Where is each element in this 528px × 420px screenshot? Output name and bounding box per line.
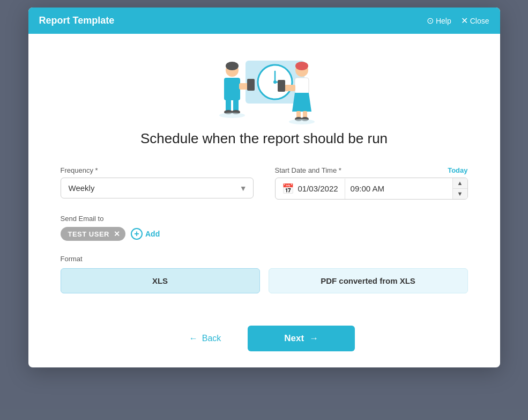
- email-label: Send Email to: [61, 215, 468, 223]
- svg-rect-16: [295, 78, 309, 94]
- modal-header: Report Template ⊙ Help ✕ Close: [28, 8, 500, 34]
- svg-rect-12: [247, 79, 255, 91]
- frequency-select-wrapper: Weekly Daily Monthly Yearly ▼: [61, 178, 254, 198]
- arrow-left-icon: ←: [189, 334, 198, 343]
- format-section: Format XLS PDF converted from XLS: [61, 255, 468, 293]
- svg-rect-22: [285, 85, 295, 91]
- add-email-button[interactable]: + Add: [131, 228, 160, 240]
- time-down-button[interactable]: ▼: [453, 189, 467, 199]
- back-label: Back: [202, 334, 221, 343]
- date-label-row: Start Date and Time * Today: [275, 166, 468, 174]
- time-value: 09:00 AM: [345, 180, 452, 197]
- calendar-icon: 📅: [282, 183, 294, 195]
- modal-footer: ← Back Next →: [28, 315, 500, 367]
- close-icon: ✕: [461, 16, 468, 26]
- frequency-group: Frequency * Weekly Daily Monthly Yearly …: [61, 166, 254, 198]
- svg-point-15: [295, 62, 308, 70]
- email-tags-row: TEST USER ✕ + Add: [61, 227, 468, 241]
- time-field: 09:00 AM ▲ ▼: [345, 178, 467, 199]
- add-label: Add: [145, 230, 160, 238]
- back-button[interactable]: ← Back: [173, 326, 237, 351]
- modal-title: Report Template: [39, 15, 115, 26]
- date-label: Start Date and Time *: [275, 166, 341, 174]
- next-button[interactable]: Next →: [248, 326, 355, 351]
- page-title: Schedule when the report should be run: [61, 130, 468, 147]
- svg-point-4: [273, 80, 277, 84]
- time-spinners: ▲ ▼: [452, 178, 467, 199]
- format-pdf-button[interactable]: PDF converted from XLS: [269, 268, 468, 293]
- format-options: XLS PDF converted from XLS: [61, 268, 468, 293]
- svg-point-25: [289, 119, 315, 124]
- illustration-svg: [189, 45, 339, 125]
- date-field[interactable]: 📅 01/03/2022: [276, 179, 345, 199]
- overlay: Report Template ⊙ Help ✕ Close: [0, 0, 528, 420]
- today-link[interactable]: Today: [448, 166, 467, 174]
- svg-marker-17: [292, 93, 311, 112]
- modal-container: Report Template ⊙ Help ✕ Close: [28, 8, 500, 367]
- date-time-row: 📅 01/03/2022 09:00 AM ▲ ▼: [275, 178, 468, 200]
- next-label: Next: [284, 333, 304, 344]
- date-value: 01/03/2022: [298, 184, 338, 193]
- svg-point-24: [219, 113, 245, 118]
- svg-rect-23: [278, 80, 285, 92]
- illustration-area: [61, 45, 468, 125]
- help-icon: ⊙: [427, 16, 434, 26]
- email-section: Send Email to TEST USER ✕ + Add: [61, 215, 468, 241]
- frequency-label: Frequency *: [61, 166, 254, 174]
- svg-point-13: [226, 62, 239, 70]
- add-circle-icon: +: [131, 228, 143, 240]
- time-up-button[interactable]: ▲: [453, 178, 467, 189]
- date-time-group: Start Date and Time * Today 📅 01/03/2022…: [275, 166, 468, 200]
- modal-body: Schedule when the report should be run F…: [28, 34, 500, 315]
- tag-remove-button[interactable]: ✕: [114, 230, 120, 238]
- arrow-right-icon: →: [309, 333, 318, 344]
- email-tag: TEST USER ✕: [61, 227, 125, 241]
- header-actions: ⊙ Help ✕ Close: [427, 16, 489, 26]
- frequency-select[interactable]: Weekly Daily Monthly Yearly: [61, 178, 254, 198]
- format-label: Format: [61, 255, 468, 263]
- format-xls-button[interactable]: XLS: [61, 268, 260, 293]
- form-row-frequency-date: Frequency * Weekly Daily Monthly Yearly …: [61, 166, 468, 200]
- help-button[interactable]: ⊙ Help: [427, 16, 451, 26]
- svg-rect-6: [224, 78, 240, 100]
- close-button[interactable]: ✕ Close: [461, 16, 489, 26]
- tag-label: TEST USER: [68, 230, 109, 238]
